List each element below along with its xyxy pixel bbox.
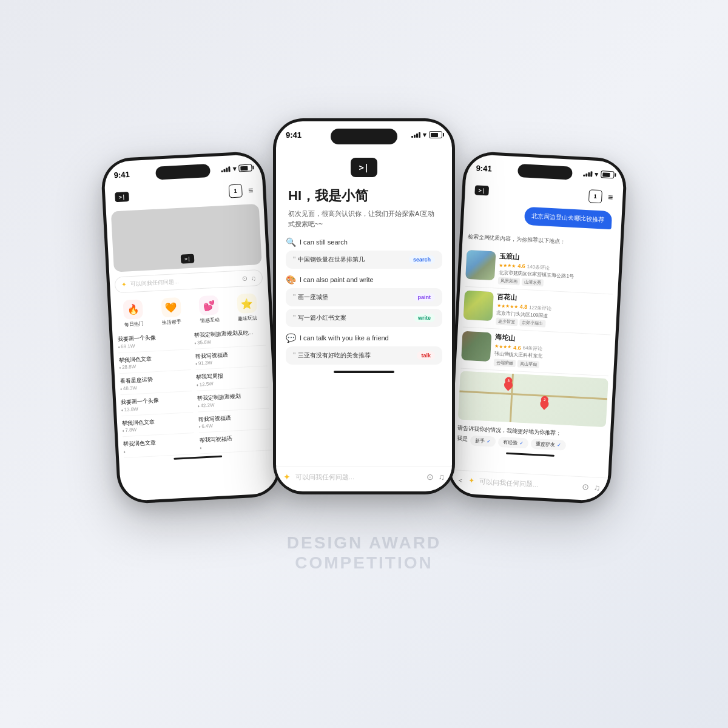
battery-fill-left — [240, 166, 248, 170]
answer-option-experienced[interactable]: 有经验 ✓ — [498, 437, 529, 449]
category-emotion[interactable]: 💕 情感互动 — [191, 295, 227, 325]
paint-feature-icon: 🎨 — [286, 275, 296, 285]
status-time-center: 9:41 — [286, 130, 302, 140]
list-item[interactable]: 帮我润色文章 28.8W — [118, 351, 191, 374]
watermark-line2: COMPETITION — [287, 553, 441, 573]
feature-example-talk[interactable]: " 三亚有没有好吃的美食推荐 talk — [286, 346, 442, 365]
category-icon-hot: 🔥 — [123, 299, 144, 320]
camera-icon-right[interactable]: ⊙ — [581, 482, 589, 492]
answer-prefix: 我是 — [457, 434, 468, 445]
status-icons-center: ▾ — [411, 131, 442, 139]
list-item[interactable]: 帮我写祝福语 — [199, 431, 272, 454]
signal-bar-c4 — [419, 132, 420, 138]
mic-icon-left[interactable]: ♫ — [251, 274, 256, 281]
camera-icon-left[interactable]: ⊙ — [241, 274, 248, 282]
signal-bar-r1 — [583, 175, 585, 177]
input-bar-right[interactable]: ＜ ✦ 可以问我任何问题... ⊙ ♫ — [450, 470, 608, 498]
feature-example-paint[interactable]: " 画一座城堡 paint — [286, 288, 442, 306]
input-bar-actions-right: ⊙ ♫ — [581, 482, 600, 493]
place-item-2[interactable]: 百花山 ★★★★★ 4.8 122条评论 北京市门头沟区109国道 老少皆宜 京… — [463, 287, 613, 335]
list-item[interactable]: 帮我定制旅游规划及吃... 35.6W — [194, 326, 266, 349]
mic-icon-right[interactable]: ♫ — [593, 482, 600, 493]
place-score-2: 4.8 — [519, 304, 527, 311]
list-item[interactable]: 看看星座运势 48.3W — [120, 371, 192, 395]
place-stars-2: ★★★★★ — [497, 303, 518, 309]
list-item[interactable]: 帮我润色文章 7.8W — [122, 414, 195, 437]
app-logo-left[interactable]: >| — [115, 192, 129, 202]
header-icons-right: 1 ≡ — [588, 189, 613, 204]
list-item[interactable]: 帮我写祝福语 91.3W — [195, 346, 268, 370]
center-logo[interactable]: >| — [351, 158, 378, 177]
feature-label-search: 🔍 I can still search — [286, 237, 442, 247]
input-placeholder-right: 可以问我任何问题... — [479, 477, 577, 491]
header-icon-square-right[interactable]: 1 — [588, 189, 602, 203]
feature-example-value-search: 中国钢铁量在世界排第几 — [298, 255, 365, 264]
list-item[interactable]: 帮我写祝福语 6.4W — [198, 410, 271, 433]
place-info-2: 百花山 ★★★★★ 4.8 122条评论 北京市门头沟区109国道 老少皆宜 京… — [496, 292, 613, 331]
status-icons-right: ▾ — [583, 169, 615, 179]
category-life[interactable]: 🧡 生活帮手 — [153, 297, 189, 326]
header-icon-menu-right[interactable]: ≡ — [608, 192, 613, 202]
dynamic-island-right — [517, 164, 573, 180]
battery-fill-center — [431, 133, 439, 137]
feature-section: 🔍 I can still search " 中国钢铁量在世界排第几 searc… — [276, 237, 452, 365]
feature-tag-talk[interactable]: talk — [417, 351, 435, 360]
feature-tag-paint[interactable]: paint — [414, 293, 436, 302]
feature-tag-write[interactable]: write — [414, 314, 435, 322]
place-reviews-1: 140条评论 — [527, 263, 550, 271]
left-input-bar[interactable]: ✦ 可以问我任何问题... ⊙ ♫ — [114, 269, 263, 294]
gray-banner: >| — [111, 204, 262, 272]
category-fun[interactable]: ⭐ 趣味玩法 — [229, 293, 265, 323]
place-thumb-1 — [465, 249, 496, 280]
feature-example-write[interactable]: " 写一篇小红书文案 write — [286, 309, 442, 327]
header-icon-menu-left[interactable]: ≡ — [248, 185, 254, 195]
place-item-1[interactable]: 玉渡山 ★★★★ 4.6 140条评论 北京市延庆区张家营镇玉海公路1号 凤景如… — [465, 246, 615, 294]
list-item[interactable]: 我要画一个头像 13.8W — [121, 393, 194, 416]
signal-bars-left — [221, 166, 231, 172]
home-indicator-center — [334, 371, 394, 373]
feature-example-text-talk: " 三亚有没有好吃的美食推荐 — [293, 351, 371, 360]
feature-example-value-talk: 三亚有没有好吃的美食推荐 — [298, 351, 371, 360]
quote-mark-search: " — [293, 255, 295, 264]
list-item[interactable]: 我要画一个头像 69.1W — [117, 329, 190, 353]
signal-bars-center — [411, 132, 420, 138]
mic-icon-center[interactable]: ♫ — [439, 472, 445, 482]
answer-check-beginner: ✓ — [487, 439, 491, 444]
map-pin-2: 2 — [539, 398, 551, 410]
category-label-hot: 每日热门 — [124, 320, 144, 328]
chat-bubble-user: 北京周边登山去哪比较推荐 — [524, 207, 612, 229]
place-tag-2a: 老少皆宜 — [496, 318, 518, 326]
place-thumb-img-1 — [465, 249, 496, 280]
answer-option-beginner[interactable]: 新手 ✓ — [470, 435, 496, 447]
feature-example-value-paint: 画一座城堡 — [298, 293, 328, 302]
place-item-3[interactable]: 海坨山 ★★★★ 4.6 64条评论 张山营镇大庄科村东北 云端俯瞰 高山草甸 — [460, 328, 610, 376]
app-logo-right[interactable]: >| — [474, 185, 489, 195]
list-item[interactable]: 帮我写周报 12.5W — [196, 368, 269, 391]
place-stars-3: ★★★★ — [494, 344, 511, 350]
feature-example-search[interactable]: " 中国钢铁量在世界排第几 search — [286, 251, 442, 269]
camera-icon-center[interactable]: ⊙ — [426, 472, 434, 482]
place-thumb-2 — [463, 291, 494, 321]
header-icon-square-left[interactable]: 1 — [229, 184, 243, 198]
feature-tag-search[interactable]: search — [409, 255, 435, 264]
back-btn-right[interactable]: ＜ — [457, 476, 464, 485]
list-item[interactable]: 帮我定制旅游规划 42.2W — [197, 389, 270, 413]
signal-bar-c2 — [414, 135, 416, 138]
signal-bar-1 — [221, 170, 223, 172]
category-label-life: 生活帮手 — [162, 318, 182, 326]
input-bar-center[interactable]: ✦ 可以问我任何问题... ⊙ ♫ — [276, 467, 452, 487]
category-icon-fun: ⭐ — [237, 293, 257, 314]
category-icon-emotion: 💕 — [199, 295, 220, 316]
phones-container: 9:41 ▾ >| 1 — [91, 106, 637, 622]
category-icon-life: 🧡 — [161, 297, 181, 318]
answer-check-experienced: ✓ — [519, 440, 524, 445]
dynamic-island-left — [155, 164, 211, 180]
home-indicator-left — [174, 456, 222, 460]
spark-icon-center: ✦ — [283, 472, 291, 482]
category-hot[interactable]: 🔥 每日热门 — [115, 298, 151, 328]
list-item[interactable]: 帮我润色文章 — [123, 434, 195, 458]
wifi-icon-center: ▾ — [423, 131, 426, 139]
left-input-placeholder: 可以问我任何问题... — [130, 275, 238, 288]
answer-option-expert[interactable]: 重度驴友 ✓ — [531, 438, 567, 450]
signal-bars-right — [583, 170, 593, 177]
